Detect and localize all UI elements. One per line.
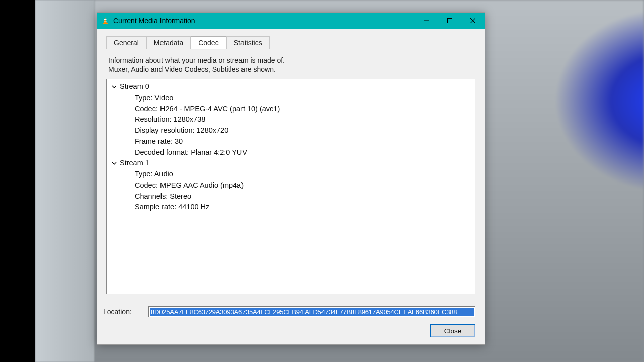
stream-0-rows: Type: Video Codec: H264 - MPEG-4 AVC (pa… (135, 93, 471, 158)
tab-codec[interactable]: Codec (191, 36, 226, 49)
codec-panel: Information about what your media or str… (106, 49, 475, 300)
chevron-down-icon (111, 84, 118, 89)
stream-1-rows: Type: Audio Codec: MPEG AAC Audio (mp4a)… (135, 169, 471, 213)
stream-0-row: Resolution: 1280x738 (135, 114, 471, 125)
vlc-cone-icon (101, 17, 109, 25)
svg-rect-2 (104, 21, 107, 21)
stream-1-header[interactable]: Stream 1 (111, 158, 471, 169)
chevron-down-icon (111, 161, 118, 166)
close-button[interactable]: Close (430, 324, 475, 337)
tab-metadata[interactable]: Metadata (146, 36, 191, 49)
window-title: Current Media Information (113, 17, 415, 25)
svg-rect-5 (448, 19, 452, 23)
location-value-selected: 8D025AA7FE8C63729A3093A6735A4FCF295CFB94… (150, 308, 474, 316)
media-info-dialog: Current Media Information General Metada… (97, 12, 485, 345)
stream-0-row: Decoded format: Planar 4:2:0 YUV (135, 147, 471, 158)
stream-1-name: Stream 1 (120, 158, 149, 169)
svg-rect-1 (104, 19, 107, 20)
stream-1-row: Channels: Stereo (135, 191, 471, 202)
location-row: Location: 8D025AA7FE8C63729A3093A6735A4F… (102, 306, 475, 317)
stream-0-row: Display resolution: 644x362 (135, 125, 471, 136)
tab-general[interactable]: General (106, 36, 146, 49)
location-label: Location: (102, 308, 148, 316)
stream-1-row: Codec: MPEG AAC Audio (mp4a) (135, 180, 471, 191)
titlebar[interactable]: Current Media Information (97, 13, 485, 29)
tab-statistics[interactable]: Statistics (226, 36, 270, 49)
svg-marker-0 (104, 17, 107, 23)
codec-info-line1: Information about what your media or str… (108, 56, 285, 64)
close-window-button[interactable] (461, 13, 485, 29)
codec-info-text: Information about what your media or str… (106, 54, 475, 74)
svg-rect-3 (103, 23, 108, 24)
dialog-button-row: Close (97, 319, 485, 344)
stream-1-row: Sample rate: 44100 Hz (135, 202, 471, 213)
location-input[interactable]: 8D025AA7FE8C63729A3093A6735A4FCF295CFB94… (148, 306, 475, 317)
stream-0-name: Stream 0 (120, 81, 149, 93)
stream-1-row: Type: Audio (135, 169, 471, 180)
codec-tree[interactable]: Stream 0 Type: Video Codec: H264 - MPEG-… (106, 79, 475, 294)
minimize-button[interactable] (415, 13, 438, 29)
maximize-button[interactable] (438, 13, 461, 29)
stream-0-row: Frame rate: 30 (135, 136, 471, 147)
stream-0-header[interactable]: Stream 0 (111, 81, 471, 93)
stream-0-row: Type: Video (135, 93, 471, 104)
stream-0-row: Codec: H264 - MPEG-4 AVC (part 10) (avc1… (135, 104, 471, 115)
codec-info-line2: Muxer, Audio and Video Codecs, Subtitles… (108, 65, 276, 73)
tabstrip: General Metadata Codec Statistics (97, 29, 485, 49)
